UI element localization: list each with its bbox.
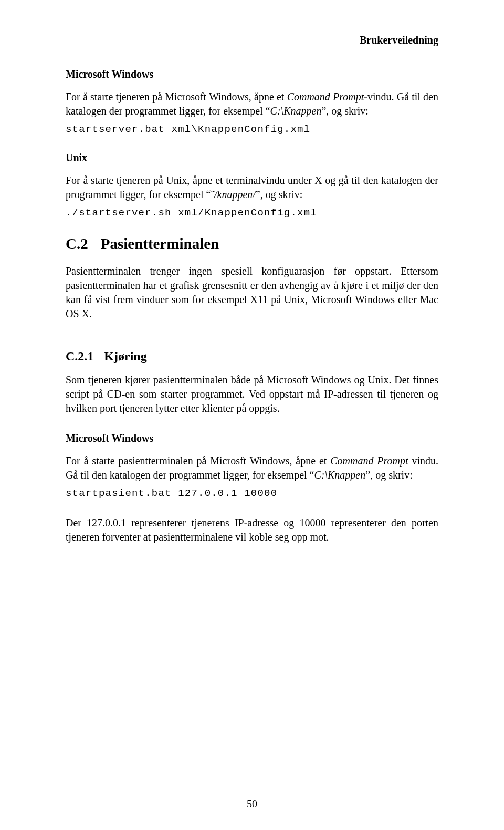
heading-ms-windows-1: Microsoft Windows <box>66 68 438 80</box>
para-mswin-2: For å starte pasientterminalen på Micros… <box>66 454 438 482</box>
para-mswin-3: Der 127.0.0.1 representerer tjenerens IP… <box>66 516 438 544</box>
heading-c21: C.2.1Kjøring <box>66 349 438 364</box>
text: For å starte tjeneren på Microsoft Windo… <box>66 91 287 102</box>
para-c2: Pasientterminalen trenger ingen spesiell… <box>66 264 438 321</box>
para-mswin-1: For å starte tjeneren på Microsoft Windo… <box>66 90 438 118</box>
section-title: Pasientterminalen <box>101 235 219 252</box>
para-c21: Som tjeneren kjører pasientterminalen bå… <box>66 373 438 416</box>
code-block-3: startpasient.bat 127.0.0.1 10000 <box>66 487 438 499</box>
heading-unix: Unix <box>66 152 438 164</box>
page-number: 50 <box>0 798 504 810</box>
code-block-1: startserver.bat xml\KnappenConfig.xml <box>66 123 438 135</box>
code-block-2: ./startserver.sh xml/KnappenConfig.xml <box>66 207 438 219</box>
text: ”, og skriv: <box>321 105 368 117</box>
text: ”, og skriv: <box>365 469 412 481</box>
emph: Command Prompt <box>287 91 364 102</box>
text: ”, og skriv: <box>256 189 302 200</box>
spacer <box>66 326 438 338</box>
heading-ms-windows-2: Microsoft Windows <box>66 432 438 444</box>
heading-c2: C.2Pasientterminalen <box>66 235 438 253</box>
page: Brukerveiledning Microsoft Windows For å… <box>0 0 504 830</box>
section-number: C.2.1 <box>66 349 93 363</box>
emph: C:\Knappen <box>270 105 322 117</box>
section-title: Kjøring <box>104 349 146 363</box>
spacer <box>66 421 438 432</box>
emph: Command Prompt <box>330 455 408 466</box>
running-header: Brukerveiledning <box>66 34 438 46</box>
para-unix: For å starte tjeneren på Unix, åpne et t… <box>66 173 438 202</box>
text: For å starte pasientterminalen på Micros… <box>66 455 330 466</box>
emph: C:\Knappen <box>314 469 365 481</box>
section-number: C.2 <box>66 235 88 252</box>
emph: ˜/knappen/ <box>211 189 256 200</box>
